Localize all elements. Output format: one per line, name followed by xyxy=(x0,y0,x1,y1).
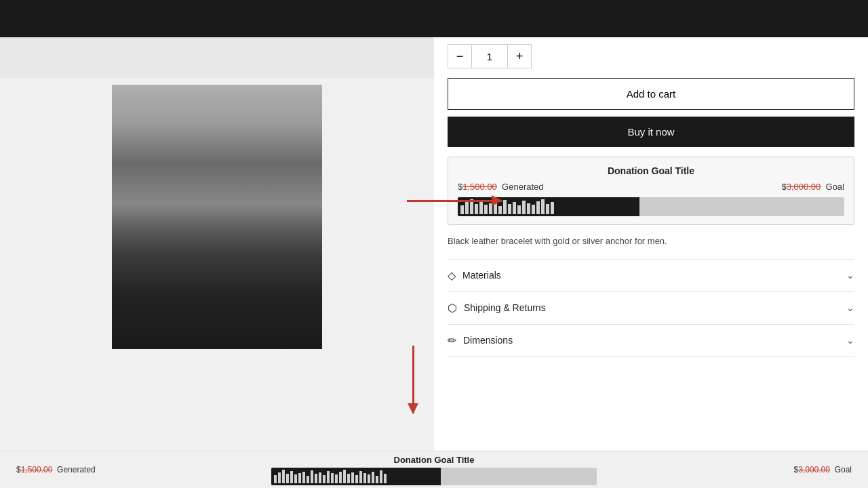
accordion-shipping-left: ⬡ Shipping & Returns xyxy=(448,302,546,314)
annotation-arrow-horizontal xyxy=(407,200,502,202)
sticky-seg-16 xyxy=(335,474,338,483)
chevron-down-icon-materials: ⌄ xyxy=(846,270,854,281)
bar-seg-17 xyxy=(536,201,540,214)
accordion-materials[interactable]: ◇ Materials ⌄ xyxy=(448,259,854,291)
sticky-goal-strikethrough: 3,000.00 xyxy=(798,465,830,474)
goal-strikethrough: 3,000.00 xyxy=(787,182,821,192)
generated-strikethrough: 1,500.00 xyxy=(462,182,497,192)
amount-goal: $3,000.00 Goal xyxy=(781,182,844,192)
sticky-seg-23 xyxy=(363,473,366,483)
sticky-seg-27 xyxy=(380,470,382,483)
sticky-generated-amount: $1,500.00 Generated xyxy=(16,465,96,474)
bar-seg-14 xyxy=(522,201,526,214)
annotation-arrow-vertical xyxy=(412,346,414,413)
sticky-seg-12 xyxy=(319,472,321,483)
product-image xyxy=(112,85,322,349)
bar-seg-15 xyxy=(527,203,530,215)
bar-seg-1 xyxy=(460,205,464,214)
donation-progress-bar xyxy=(458,197,844,216)
bar-seg-18 xyxy=(541,199,545,214)
sticky-seg-13 xyxy=(323,475,326,483)
bar-seg-10 xyxy=(503,200,507,214)
sticky-bar-fill xyxy=(271,468,441,485)
sticky-seg-8 xyxy=(302,472,305,483)
materials-icon: ◇ xyxy=(448,269,456,282)
sticky-generated-strikethrough: 1,500.00 xyxy=(21,465,53,474)
chevron-down-icon-shipping: ⌄ xyxy=(846,302,854,313)
bar-seg-19 xyxy=(546,204,549,214)
top-navigation-bar xyxy=(0,0,868,37)
accordion-shipping-label: Shipping & Returns xyxy=(464,302,546,313)
product-image-panel xyxy=(0,37,434,451)
goal-label: Goal xyxy=(826,182,844,192)
sticky-goal-amount: $3,000.00 Goal xyxy=(794,465,852,474)
bar-seg-13 xyxy=(517,205,521,214)
sticky-seg-17 xyxy=(339,472,342,483)
bar-seg-6 xyxy=(484,205,488,214)
buy-now-button[interactable]: Buy it now xyxy=(448,117,854,147)
sticky-seg-19 xyxy=(347,474,350,483)
bar-seg-5 xyxy=(479,201,483,214)
sticky-seg-24 xyxy=(368,474,370,483)
accordion-dimensions-label: Dimensions xyxy=(463,335,513,346)
sticky-progress-center: Donation Goal Title xyxy=(271,451,597,488)
add-to-cart-button[interactable]: Add to cart xyxy=(448,78,854,110)
sticky-donation-bar: $1,500.00 Generated Donation Goal Title xyxy=(0,451,868,488)
sticky-seg-20 xyxy=(351,472,354,483)
sticky-seg-25 xyxy=(372,472,374,483)
donation-goal-box: Donation Goal Title $1,500.00 Generated … xyxy=(448,157,854,225)
bar-seg-16 xyxy=(532,205,535,214)
sticky-seg-10 xyxy=(311,470,313,483)
sticky-seg-1 xyxy=(274,475,277,483)
bar-seg-2 xyxy=(465,202,469,214)
sticky-seg-11 xyxy=(315,474,317,483)
quantity-decrease-button[interactable]: − xyxy=(448,44,472,68)
bar-seg-12 xyxy=(513,202,516,214)
sticky-seg-7 xyxy=(298,473,301,483)
sticky-seg-2 xyxy=(278,472,281,483)
sticky-seg-22 xyxy=(359,471,362,483)
sticky-seg-3 xyxy=(282,470,285,483)
amount-generated: $1,500.00 Generated xyxy=(458,182,544,192)
sticky-goal-label: Goal xyxy=(835,465,852,474)
sticky-progress-bar xyxy=(271,468,597,485)
generated-label: Generated xyxy=(502,182,543,192)
sticky-seg-15 xyxy=(331,473,334,483)
accordion-dimensions[interactable]: ✏ Dimensions ⌄ xyxy=(448,324,854,357)
bar-seg-11 xyxy=(508,204,511,214)
product-detail-panel: − 1 + Add to cart Buy it now Donation Go… xyxy=(434,37,868,451)
bar-seg-20 xyxy=(551,202,554,214)
bar-seg-9 xyxy=(498,206,502,214)
accordion-shipping[interactable]: ⬡ Shipping & Returns ⌄ xyxy=(448,291,854,324)
sticky-bar-row xyxy=(271,468,597,485)
sticky-seg-6 xyxy=(294,474,297,483)
quantity-increase-button[interactable]: + xyxy=(507,44,532,68)
sticky-seg-9 xyxy=(307,476,309,483)
dimensions-icon: ✏ xyxy=(448,334,456,347)
main-content: − 1 + Add to cart Buy it now Donation Go… xyxy=(0,37,868,451)
sticky-seg-26 xyxy=(376,476,378,483)
donation-amounts: $1,500.00 Generated $3,000.00 Goal xyxy=(458,182,844,192)
sticky-seg-21 xyxy=(355,475,358,483)
donation-goal-title: Donation Goal Title xyxy=(458,165,844,176)
product-description: Black leather bracelet with gold or silv… xyxy=(448,235,854,248)
shipping-icon: ⬡ xyxy=(448,302,457,314)
quantity-value: 1 xyxy=(472,44,507,68)
sticky-segments xyxy=(271,468,389,485)
sticky-generated-label: Generated xyxy=(57,465,96,474)
accordion-materials-left: ◇ Materials xyxy=(448,269,501,282)
accordion-dimensions-left: ✏ Dimensions xyxy=(448,334,513,347)
image-top-strip xyxy=(0,37,434,78)
sticky-seg-4 xyxy=(286,474,289,483)
sticky-seg-28 xyxy=(384,474,387,483)
chevron-down-icon-dimensions: ⌄ xyxy=(846,335,854,346)
sticky-seg-14 xyxy=(327,471,330,483)
sticky-seg-18 xyxy=(343,470,346,483)
quantity-control: − 1 + xyxy=(448,44,854,68)
sticky-seg-5 xyxy=(290,471,293,483)
accordion-materials-label: Materials xyxy=(462,270,501,281)
bar-seg-4 xyxy=(475,204,478,214)
sticky-donation-title: Donation Goal Title xyxy=(394,455,475,465)
